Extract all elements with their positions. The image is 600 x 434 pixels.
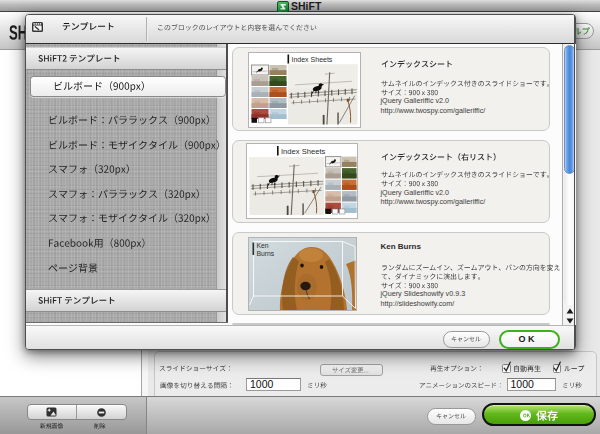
- svg-text:Index Sheets: Index Sheets: [291, 56, 332, 63]
- svg-text:Burns: Burns: [256, 249, 274, 256]
- svg-text:Index Sheets: Index Sheets: [281, 147, 326, 156]
- svg-text:Ken: Ken: [256, 242, 268, 249]
